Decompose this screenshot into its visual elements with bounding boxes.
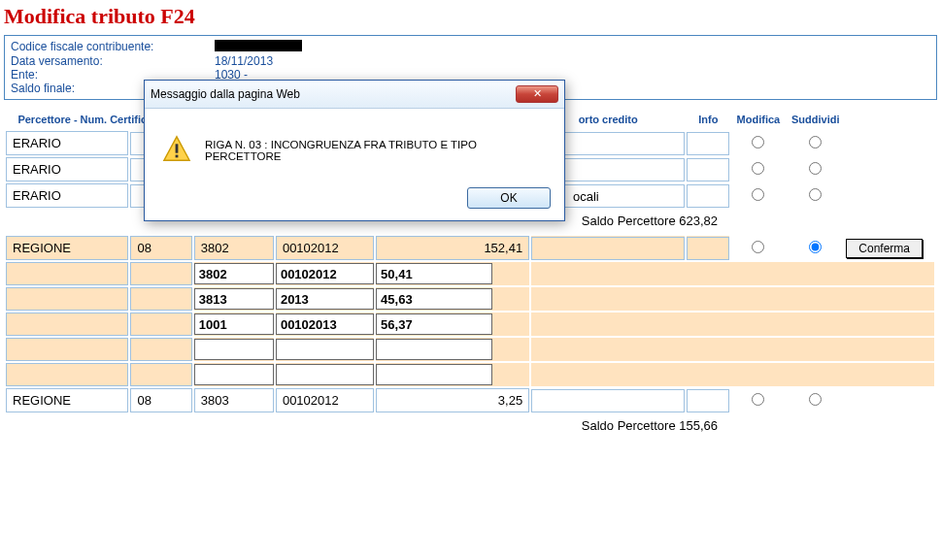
- sub-trib-input[interactable]: 1001: [194, 313, 274, 335]
- sub-trib-input[interactable]: 3813: [194, 288, 274, 310]
- sub-debito-input[interactable]: 50,41: [376, 263, 492, 284]
- radio-modifica[interactable]: [752, 162, 764, 175]
- redacted-cf: [215, 40, 302, 51]
- sub-debito-input[interactable]: [376, 339, 492, 360]
- subrow: [6, 363, 934, 386]
- radio-modifica[interactable]: [752, 188, 764, 201]
- cell-info: [687, 237, 729, 260]
- sub-trib-input[interactable]: 3802: [194, 263, 274, 284]
- label-cf: Codice fiscale contribuente:: [11, 40, 215, 54]
- sub-periodo-input[interactable]: 2013: [276, 288, 374, 310]
- close-icon[interactable]: ✕: [516, 85, 558, 103]
- sub-periodo-input[interactable]: [276, 339, 374, 360]
- cell-percettore: ERARIO: [6, 131, 128, 155]
- cell-percettore: ERARIO: [6, 183, 128, 208]
- alert-dialog: Messaggio dalla pagina Web ✕ RIGA N. 03 …: [144, 80, 565, 221]
- radio-suddividi[interactable]: [809, 188, 822, 201]
- cell-trib: 3802: [194, 236, 274, 260]
- subrow: 1001 00102013 56,37: [6, 313, 934, 336]
- cell-credito: [531, 237, 685, 260]
- cell-periodo: 00102012: [276, 388, 374, 412]
- th-modifica: Modifica: [731, 110, 785, 129]
- dialog-message: RIGA N. 03 : INCONGRUENZA FRA TRIBUTO E …: [205, 139, 547, 162]
- cell-periodo: 00102012: [276, 236, 374, 260]
- cell-credito: [531, 389, 685, 412]
- sub-trib-input[interactable]: [194, 339, 274, 360]
- cell-info: [687, 184, 729, 208]
- cell-percettore: REGIONE: [6, 388, 128, 412]
- cell-info: [687, 132, 729, 155]
- value-cf: [215, 40, 302, 54]
- th-suddividi: Suddividi: [787, 110, 844, 129]
- partial-text-ocali: ocali: [573, 189, 599, 204]
- table-row: REGIONE 08 3803 00102012 3,25: [6, 388, 934, 412]
- svg-rect-1: [176, 144, 179, 152]
- radio-suddividi[interactable]: [809, 136, 822, 148]
- cell-num: 08: [130, 236, 191, 260]
- conferma-button[interactable]: Conferma: [846, 239, 923, 258]
- cell-info: [687, 389, 729, 412]
- value-data: 18/11/2013: [215, 54, 273, 68]
- tributi-table-regione: REGIONE 08 3802 00102012 152,41 Conferma…: [4, 234, 936, 414]
- ok-button[interactable]: OK: [467, 187, 551, 209]
- sub-periodo-input[interactable]: 00102012: [276, 263, 374, 284]
- sub-debito-input[interactable]: 56,37: [376, 313, 492, 335]
- radio-suddividi[interactable]: [809, 393, 822, 406]
- svg-rect-2: [176, 155, 179, 158]
- sub-trib-input[interactable]: [194, 364, 274, 385]
- saldo-regione: Saldo Percettore 155,66: [0, 414, 941, 439]
- dialog-title-text: Messaggio dalla pagina Web: [151, 87, 300, 101]
- table-row-selected: REGIONE 08 3802 00102012 152,41 Conferma: [6, 236, 934, 260]
- cell-info: [687, 158, 729, 181]
- cell-trib: 3803: [194, 388, 274, 412]
- cell-debito: 3,25: [376, 388, 529, 412]
- sub-periodo-input[interactable]: 00102013: [276, 313, 374, 335]
- subrow: 3813 2013 45,63: [6, 287, 934, 311]
- radio-modifica[interactable]: [752, 393, 764, 406]
- sub-debito-input[interactable]: 45,63: [376, 288, 492, 310]
- subrow: [6, 338, 934, 361]
- cell-percettore: REGIONE: [6, 236, 128, 260]
- warning-icon: [162, 134, 191, 166]
- radio-modifica[interactable]: [752, 241, 764, 253]
- th-info: Info: [687, 110, 729, 129]
- page-title: Modifica tributo F24: [4, 4, 937, 29]
- cell-num: 08: [130, 388, 191, 412]
- cell-debito: 152,41: [376, 236, 529, 260]
- dialog-titlebar: Messaggio dalla pagina Web ✕: [145, 81, 564, 109]
- radio-suddividi[interactable]: [809, 241, 822, 253]
- label-data: Data versamento:: [11, 54, 215, 68]
- sub-debito-input[interactable]: [376, 364, 492, 385]
- sub-periodo-input[interactable]: [276, 364, 374, 385]
- subrow: 3802 00102012 50,41: [6, 262, 934, 285]
- cell-percettore: ERARIO: [6, 157, 128, 181]
- radio-modifica[interactable]: [752, 136, 764, 148]
- radio-suddividi[interactable]: [809, 162, 822, 175]
